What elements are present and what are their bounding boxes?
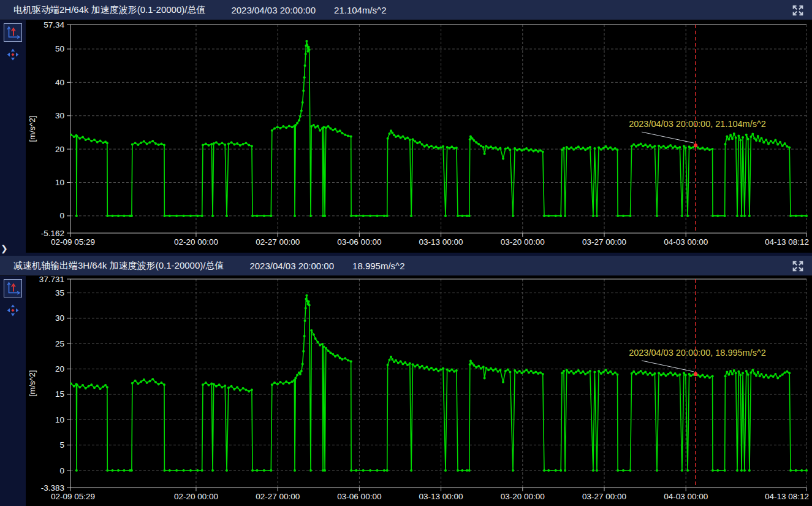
svg-text:03-27 00:00: 03-27 00:00 xyxy=(582,492,626,501)
maximize-icon[interactable] xyxy=(791,259,805,273)
chart-toolbar xyxy=(0,276,26,506)
pan-move-icon[interactable] xyxy=(7,48,19,61)
panel-header: 电机驱动端2H/64k 加速度波形(0.1-20000)/总值 2023/04/… xyxy=(0,0,812,20)
svg-text:03-06 00:00: 03-06 00:00 xyxy=(337,237,381,247)
svg-text:-3.383: -3.383 xyxy=(41,483,64,493)
svg-text:35: 35 xyxy=(55,288,64,297)
svg-text:03-13 00:00: 03-13 00:00 xyxy=(419,492,463,501)
svg-text:40: 40 xyxy=(55,78,64,87)
autoscale-axis-icon[interactable] xyxy=(4,23,22,42)
measurement-point-title: 电机驱动端2H/64k 加速度波形(0.1-20000)/总值 xyxy=(13,4,205,16)
chart-row: 57.34-5.1620102030405002-09 05:2902-20 0… xyxy=(0,20,812,253)
svg-text:0: 0 xyxy=(59,466,64,475)
svg-text:04-03 00:00: 04-03 00:00 xyxy=(664,492,708,501)
svg-text:50: 50 xyxy=(55,44,64,53)
svg-text:03-20 00:00: 03-20 00:00 xyxy=(501,237,545,247)
svg-text:57.34: 57.34 xyxy=(44,20,64,29)
svg-text:02-27 00:00: 02-27 00:00 xyxy=(256,492,300,501)
svg-text:02-20 00:00: 02-20 00:00 xyxy=(174,492,218,501)
svg-text:30: 30 xyxy=(55,313,64,323)
svg-text:30: 30 xyxy=(55,111,64,120)
panel-gearbox-output-end: 减速机轴输出端3H/64k 加速度波形(0.1-20000)/总值 2023/0… xyxy=(0,256,812,506)
chart-row: 37.731-3.3830510152025303502-09 05:2902-… xyxy=(0,276,812,506)
collapse-chevron-icon[interactable]: ❯ xyxy=(1,244,8,253)
trend-chart-canvas[interactable]: 37.731-3.3830510152025303502-09 05:2902-… xyxy=(26,276,812,506)
measurement-point-title: 减速机轴输出端3H/64k 加速度波形(0.1-20000)/总值 xyxy=(13,260,224,272)
pan-move-icon[interactable] xyxy=(7,304,19,316)
vibration-monitor-app: 电机驱动端2H/64k 加速度波形(0.1-20000)/总值 2023/04/… xyxy=(0,0,812,506)
cursor-value: 21.104m/s^2 xyxy=(334,5,386,15)
trend-chart-canvas[interactable]: 57.34-5.1620102030405002-09 05:2902-20 0… xyxy=(26,20,812,253)
svg-text:20: 20 xyxy=(55,145,64,154)
svg-text:15: 15 xyxy=(55,389,64,399)
maximize-icon[interactable] xyxy=(791,4,805,17)
svg-text:-5.162: -5.162 xyxy=(41,229,64,238)
cursor-value: 18.995m/s^2 xyxy=(352,261,404,271)
svg-text:04-13 08:12: 04-13 08:12 xyxy=(765,237,809,247)
svg-text:20: 20 xyxy=(55,364,64,374)
svg-text:[m/s^2]: [m/s^2] xyxy=(28,115,37,142)
cursor-timestamp: 2023/04/03 20:00:00 xyxy=(249,261,334,271)
svg-text:10: 10 xyxy=(55,415,64,424)
svg-text:2023/04/03 20:00:00, 21.104m/s: 2023/04/03 20:00:00, 21.104m/s^2 xyxy=(629,119,766,129)
cursor-timestamp: 2023/04/03 20:00:00 xyxy=(231,5,316,15)
svg-text:10: 10 xyxy=(55,178,64,187)
svg-text:04-13 08:12: 04-13 08:12 xyxy=(765,492,809,501)
svg-text:5: 5 xyxy=(59,440,64,450)
svg-text:02-09 05:29: 02-09 05:29 xyxy=(51,237,95,247)
svg-text:[m/s^2]: [m/s^2] xyxy=(28,370,37,396)
svg-text:02-09 05:29: 02-09 05:29 xyxy=(51,492,95,501)
svg-text:2023/04/03 20:00:00, 18.995m/s: 2023/04/03 20:00:00, 18.995m/s^2 xyxy=(629,348,766,358)
svg-text:03-13 00:00: 03-13 00:00 xyxy=(419,237,463,247)
svg-text:25: 25 xyxy=(55,339,64,348)
svg-text:03-06 00:00: 03-06 00:00 xyxy=(337,492,381,501)
svg-text:37.731: 37.731 xyxy=(39,276,64,284)
svg-text:03-20 00:00: 03-20 00:00 xyxy=(501,492,545,501)
svg-text:02-27 00:00: 02-27 00:00 xyxy=(256,237,300,247)
panel-motor-drive-end: 电机驱动端2H/64k 加速度波形(0.1-20000)/总值 2023/04/… xyxy=(0,0,812,253)
chart-toolbar xyxy=(0,20,26,253)
svg-text:03-27 00:00: 03-27 00:00 xyxy=(582,237,626,247)
svg-text:04-03 00:00: 04-03 00:00 xyxy=(664,237,708,247)
panel-header: 减速机轴输出端3H/64k 加速度波形(0.1-20000)/总值 2023/0… xyxy=(0,256,812,276)
svg-text:02-20 00:00: 02-20 00:00 xyxy=(174,237,218,247)
svg-text:0: 0 xyxy=(59,211,64,220)
autoscale-axis-icon[interactable] xyxy=(4,279,22,297)
